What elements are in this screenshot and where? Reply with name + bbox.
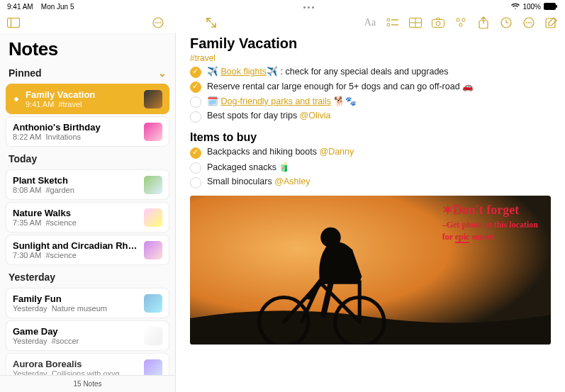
- note-thumb: [144, 123, 162, 141]
- wifi-icon: [511, 3, 520, 10]
- checkbox-icon[interactable]: [190, 147, 201, 159]
- checkbox-icon[interactable]: [190, 96, 201, 108]
- mention-ashley[interactable]: @Ashley: [274, 177, 310, 186]
- pin-icon: [13, 96, 20, 103]
- svg-point-16: [436, 21, 440, 26]
- checkbox-icon[interactable]: [190, 67, 201, 78]
- checkbox-icon[interactable]: [190, 111, 201, 123]
- svg-rect-15: [432, 20, 444, 28]
- markup-icon[interactable]: [454, 16, 467, 29]
- note-row[interactable]: Sunlight and Circadian Rhy...7:30 AM #sc…: [6, 235, 169, 265]
- note-title: Anthonio's Birthday: [13, 122, 138, 133]
- handwriting-line1: ✶Don't forget: [442, 203, 519, 217]
- sidebar-title: Notes: [0, 33, 175, 65]
- note-row-family-vacation[interactable]: Family Vacation 9:41 AM #travel: [6, 84, 169, 114]
- checklist-item[interactable]: ✈️ Book flights✈️ : check for any specia…: [190, 66, 551, 78]
- checklist-item[interactable]: Packaged snacks 🧃: [190, 162, 551, 174]
- svg-point-19: [459, 23, 462, 26]
- multitask-icon[interactable]: [303, 6, 314, 9]
- svg-point-6: [157, 22, 159, 23]
- section-yesterday-header[interactable]: Yesterday: [0, 269, 175, 284]
- note-editor[interactable]: Family Vacation #travel ✈️ Book flights✈…: [176, 33, 565, 392]
- checkbox-icon[interactable]: [190, 162, 201, 174]
- checklist-item[interactable]: Small binoculars @Ashley: [190, 177, 551, 189]
- section-label: Yesterday: [9, 271, 55, 283]
- table-icon[interactable]: [409, 16, 422, 29]
- svg-point-25: [530, 22, 532, 23]
- note-row[interactable]: Game DayYesterday #soccer: [6, 320, 169, 351]
- note-subheading[interactable]: Items to buy: [190, 131, 551, 144]
- checkbox-icon[interactable]: [190, 82, 201, 93]
- chevron-down-icon: ⌄: [158, 67, 167, 79]
- note-title: Family Vacation: [26, 89, 138, 100]
- checklist-item[interactable]: 🗓️ Dog-friendly parks and trails 🐕🐾: [190, 96, 551, 108]
- checklist-item[interactable]: Reserve rental car large enough for 5+ d…: [190, 81, 551, 93]
- svg-point-7: [160, 22, 161, 23]
- link-dog-parks[interactable]: Dog-friendly parks and trails: [220, 96, 331, 106]
- svg-point-24: [528, 22, 530, 23]
- svg-rect-1: [556, 5, 557, 8]
- section-label: Today: [9, 153, 37, 164]
- battery-text: 100%: [522, 3, 541, 11]
- section-label: Pinned: [9, 67, 42, 79]
- note-thumb: [144, 208, 162, 227]
- expand-icon[interactable]: [205, 16, 218, 29]
- note-row[interactable]: Family FunYesterday Nature museum: [6, 288, 169, 318]
- note-thumb: [144, 241, 162, 259]
- note-thumb: [144, 90, 162, 108]
- note-thumb: [144, 294, 162, 313]
- svg-point-8: [387, 18, 390, 21]
- sidebar-footer: 15 Notes: [0, 375, 175, 392]
- checklist-item[interactable]: Backpacks and hiking boots @Danny: [190, 147, 551, 159]
- note-thumb: [144, 176, 162, 194]
- mention-olivia[interactable]: @Olivia: [300, 111, 331, 121]
- note-row[interactable]: Plant Sketch8:08 AM #garden: [6, 169, 169, 200]
- more-editor-icon[interactable]: [522, 16, 535, 29]
- editor-toolbar: Aa: [364, 16, 558, 29]
- text-format-icon[interactable]: Aa: [364, 16, 376, 29]
- note-heading[interactable]: Family Vacation: [190, 35, 551, 52]
- checkbox-icon[interactable]: [190, 177, 201, 189]
- toolbar: Aa: [0, 13, 565, 33]
- sidebar: Notes Pinned ⌄ Family Vacation 9:41 AM #…: [0, 33, 176, 392]
- status-right: 100%: [511, 3, 558, 11]
- svg-point-17: [457, 18, 459, 21]
- camera-icon[interactable]: [432, 16, 444, 29]
- note-row-anthonios-birthday[interactable]: Anthonio's Birthday 8:22 AM Invitations: [6, 116, 169, 147]
- checklist-icon[interactable]: [386, 16, 399, 29]
- compose-icon[interactable]: [545, 16, 558, 29]
- sidebar-toggle-icon[interactable]: [7, 16, 20, 29]
- section-pinned-header[interactable]: Pinned ⌄: [0, 65, 175, 80]
- note-thumb: [144, 327, 162, 345]
- link-book-flights[interactable]: Book flights: [220, 67, 267, 77]
- svg-point-5: [155, 22, 157, 23]
- svg-point-30: [320, 228, 341, 248]
- battery-icon: [544, 3, 558, 10]
- status-time-date: 9:41 AM Mon Jun 5: [7, 3, 74, 11]
- svg-point-18: [462, 18, 465, 21]
- section-today-header[interactable]: Today: [0, 150, 175, 166]
- handwriting-annotation: ✶Don't forget –Get photo at this locatio…: [442, 203, 538, 242]
- mention-danny[interactable]: @Danny: [319, 147, 354, 157]
- svg-point-10: [387, 23, 390, 26]
- more-sidebar-icon[interactable]: [152, 16, 164, 29]
- handwriting-line2: –Get photo at this location: [442, 220, 538, 230]
- note-tag[interactable]: #travel: [190, 53, 551, 63]
- status-bar: 9:41 AM Mon Jun 5 100%: [0, 0, 565, 13]
- status-time: 9:41 AM: [7, 3, 33, 11]
- svg-point-23: [526, 22, 527, 23]
- note-row[interactable]: Nature Walks7:35 AM #science: [6, 202, 169, 233]
- checklist-item[interactable]: Best spots for day trips @Olivia: [190, 111, 551, 123]
- share-icon[interactable]: [477, 16, 490, 29]
- lock-icon[interactable]: [500, 16, 513, 29]
- svg-rect-0: [544, 3, 556, 10]
- svg-rect-2: [8, 18, 20, 28]
- status-date: Mon Jun 5: [41, 3, 74, 11]
- note-photo[interactable]: ✶Don't forget –Get photo at this locatio…: [190, 196, 551, 345]
